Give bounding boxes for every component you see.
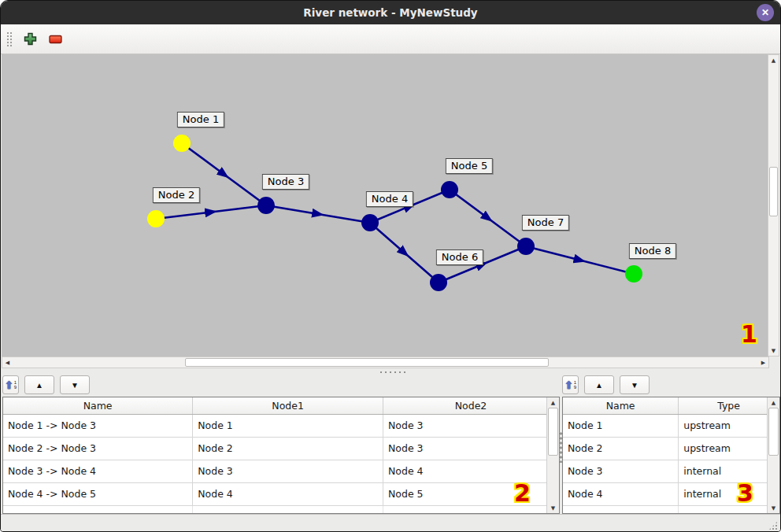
- river-link-node-5-to-node-7[interactable]: [450, 190, 526, 246]
- up-triangle-icon: ▲: [595, 381, 603, 390]
- scroll-down-arrow[interactable]: ▼: [547, 503, 559, 513]
- splitter-handle-icon: [379, 371, 405, 374]
- table-cell[interactable]: Node 3 -> Node 4: [3, 460, 193, 482]
- column-header-name[interactable]: Name: [563, 397, 679, 414]
- horizontal-splitter[interactable]: [1, 368, 780, 375]
- table-cell[interactable]: internal: [679, 482, 779, 505]
- river-link-node-2-to-node-3[interactable]: [156, 205, 266, 219]
- close-button[interactable]: ✕: [757, 4, 774, 21]
- column-header-name[interactable]: Name: [3, 397, 193, 414]
- app-window: River network - MyNewStudy ✕: [0, 0, 781, 532]
- sort-links-button[interactable]: ⬆ 1 9: [2, 375, 19, 394]
- node-label-node-7[interactable]: Node 7: [522, 215, 569, 231]
- scroll-up-arrow[interactable]: ▲: [768, 55, 779, 65]
- remove-node-button[interactable]: [45, 28, 65, 50]
- column-header-type[interactable]: Type: [679, 397, 779, 414]
- table-cell[interactable]: upstream: [679, 414, 779, 437]
- window-resize-grip[interactable]: [768, 521, 778, 530]
- toolbar-drag-handle[interactable]: [6, 31, 12, 48]
- river-link-node-4-to-node-6[interactable]: [370, 223, 439, 283]
- table-cell[interactable]: Node 4: [563, 482, 679, 505]
- scroll-left-arrow[interactable]: ◀: [2, 357, 13, 368]
- move-node-up-button[interactable]: ▲: [584, 375, 614, 394]
- node-label-node-1[interactable]: Node 1: [177, 112, 224, 127]
- move-link-up-button[interactable]: ▲: [24, 375, 54, 394]
- table-row[interactable]: Node 1upstream: [563, 414, 779, 437]
- network-node-node-7[interactable]: [517, 238, 535, 255]
- status-bar: [1, 514, 780, 532]
- empty-table-row: [563, 505, 779, 514]
- sort-nodes-button[interactable]: ⬆ 1 9: [562, 375, 579, 394]
- table-row[interactable]: Node 2upstream: [563, 437, 779, 460]
- nodes-scroll-thumb[interactable]: [768, 408, 779, 456]
- table-cell[interactable]: upstream: [679, 437, 779, 460]
- scroll-right-arrow[interactable]: ▶: [758, 357, 768, 368]
- network-node-node-6[interactable]: [430, 274, 447, 291]
- sort-ascending-icon: ⬆ 1 9: [5, 379, 17, 391]
- table-cell[interactable]: Node 3: [383, 437, 559, 460]
- table-cell[interactable]: Node 3: [383, 414, 559, 437]
- node-label-node-5[interactable]: Node 5: [446, 158, 493, 174]
- window-title: River network - MyNewStudy: [303, 6, 477, 19]
- table-row[interactable]: Node 4 -> Node 5Node 4Node 5: [3, 482, 559, 505]
- horizontal-scroll-thumb[interactable]: [185, 358, 549, 367]
- column-header-node2[interactable]: Node2: [383, 397, 559, 414]
- canvas-vertical-scrollbar[interactable]: ▲ ▼: [768, 54, 779, 357]
- links-panel: ⬆ 1 9 ▲ ▼ NameNode1Node2Node 1 -> Node 3…: [2, 375, 560, 514]
- table-cell[interactable]: Node 5: [383, 482, 559, 505]
- nodes-table: NameTypeNode 1upstreamNode 2upstreamNode…: [562, 397, 780, 514]
- river-link-node-3-to-node-4[interactable]: [266, 205, 370, 223]
- sort-ascending-icon: ⬆ 1 9: [564, 379, 576, 391]
- scroll-down-arrow[interactable]: ▼: [768, 503, 779, 513]
- main-toolbar: [1, 24, 780, 54]
- table-row[interactable]: Node 1 -> Node 3Node 1Node 3: [3, 414, 559, 437]
- links-table-scrollbar[interactable]: ▲ ▼: [546, 397, 559, 513]
- table-cell[interactable]: Node 2 -> Node 3: [3, 437, 193, 460]
- node-label-node-3[interactable]: Node 3: [262, 174, 309, 190]
- network-node-node-5[interactable]: [441, 181, 458, 198]
- plus-icon: [24, 32, 37, 46]
- table-row[interactable]: Node 4internal: [563, 482, 779, 505]
- bottom-panels: ⬆ 1 9 ▲ ▼ NameNode1Node2Node 1 -> Node 3…: [1, 375, 780, 514]
- table-row[interactable]: Node 2 -> Node 3Node 2Node 3: [3, 437, 559, 460]
- network-node-node-8[interactable]: [625, 265, 642, 283]
- vertical-scroll-thumb[interactable]: [769, 167, 778, 216]
- network-node-node-2[interactable]: [147, 210, 165, 227]
- table-cell[interactable]: Node 2: [193, 437, 383, 460]
- links-scroll-thumb[interactable]: [548, 408, 558, 456]
- canvas-horizontal-scrollbar[interactable]: ◀ ▶: [2, 357, 769, 368]
- network-node-node-3[interactable]: [257, 197, 275, 214]
- table-row[interactable]: Node 3 -> Node 4Node 3Node 4: [3, 460, 559, 482]
- scroll-down-arrow[interactable]: ▼: [768, 345, 779, 356]
- add-node-button[interactable]: [20, 28, 40, 50]
- move-link-down-button[interactable]: ▼: [60, 375, 90, 394]
- table-cell[interactable]: Node 1: [193, 414, 383, 437]
- table-cell[interactable]: internal: [679, 460, 779, 482]
- node-label-node-8[interactable]: Node 8: [629, 243, 676, 259]
- river-network-canvas[interactable]: Node 1Node 2Node 3Node 4Node 5Node 6Node…: [2, 54, 769, 357]
- table-cell[interactable]: Node 3: [563, 460, 679, 482]
- minus-icon: [49, 35, 62, 44]
- node-label-node-6[interactable]: Node 6: [436, 249, 483, 265]
- move-node-down-button[interactable]: ▼: [620, 375, 650, 394]
- node-label-node-2[interactable]: Node 2: [153, 187, 200, 203]
- column-header-node1[interactable]: Node1: [193, 397, 383, 414]
- title-bar[interactable]: River network - MyNewStudy ✕: [1, 1, 780, 24]
- network-node-node-1[interactable]: [173, 135, 191, 152]
- network-node-node-4[interactable]: [361, 214, 379, 231]
- table-cell[interactable]: Node 1: [563, 414, 679, 437]
- table-cell[interactable]: Node 4 -> Node 5: [3, 482, 193, 505]
- table-cell[interactable]: Node 2: [563, 437, 679, 460]
- table-cell[interactable]: Node 3: [193, 460, 383, 482]
- river-link-node-7-to-node-8[interactable]: [526, 246, 634, 274]
- table-row[interactable]: Node 3internal: [563, 460, 779, 482]
- table-cell[interactable]: Node 4: [193, 482, 383, 505]
- nodes-panel: ⬆ 1 9 ▲ ▼ NameTypeNode 1upstreamNode 2up…: [562, 375, 780, 514]
- scroll-up-arrow[interactable]: ▲: [768, 397, 779, 408]
- table-cell[interactable]: Node 4: [383, 460, 559, 482]
- nodes-table-scrollbar[interactable]: ▲ ▼: [767, 397, 779, 513]
- table-cell[interactable]: Node 1 -> Node 3: [3, 414, 193, 437]
- down-triangle-icon: ▼: [71, 381, 79, 390]
- node-label-node-4[interactable]: Node 4: [366, 191, 413, 207]
- scroll-up-arrow[interactable]: ▲: [547, 397, 559, 408]
